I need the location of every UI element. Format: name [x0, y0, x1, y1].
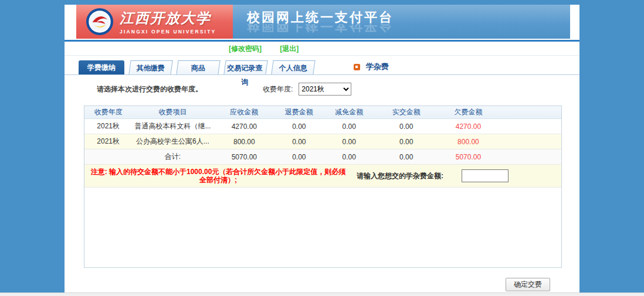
cell-paid: 0.00: [375, 138, 438, 146]
year-select[interactable]: 2021秋: [299, 83, 351, 96]
table-row: 2021秋 公办高校学生公寓6人... 800.00 0.00 0.00 0.0…: [84, 134, 561, 149]
amount-input-label: 请输入您想交的学杂费金额:: [357, 171, 443, 181]
university-names: 江西开放大学 JIANGXI OPEN UNIVERSITY: [120, 9, 216, 35]
minimum-payment-warning: 注意: 输入的待交金额不能小于1000.00元（若合计所欠金额小于此限定值，则必…: [89, 168, 347, 184]
cell-reduction: 0.00: [323, 153, 375, 161]
tab-goods[interactable]: 商品: [176, 60, 220, 74]
university-name-cn: 江西开放大学: [120, 9, 216, 28]
cell-item: 公办高校学生公寓6人...: [132, 137, 213, 147]
tab-transaction-records[interactable]: 交易记录查询: [223, 60, 267, 74]
cell-refund: 0.00: [275, 153, 323, 161]
cell-paid: 0.00: [375, 123, 438, 131]
cell-refund: 0.00: [275, 123, 323, 131]
logout-link[interactable]: [退出]: [280, 45, 299, 53]
cell-year: 2021秋: [84, 121, 132, 131]
col-header-refund: 退费金额: [275, 107, 323, 117]
col-header-paid: 实交金额: [375, 107, 438, 117]
fee-section-title: 学杂费: [366, 62, 389, 72]
tab-tuition-payment[interactable]: 学费缴纳: [79, 60, 124, 74]
cell-reduction: 0.00: [323, 123, 375, 131]
table-row: 2021秋 普通高校本科文科（继... 4270.00 0.00 0.00 0.…: [84, 119, 561, 134]
cell-owed: 5070.00: [438, 153, 500, 161]
platform-title-area: 校园网上统一支付平台 校园网上统一支付平台: [233, 5, 570, 39]
cell-refund: 0.00: [275, 138, 323, 146]
year-instruction-text: 请选择本次进行交费的收费年度。: [97, 84, 229, 94]
cell-item: 普通高校本科文科（继...: [132, 121, 213, 131]
page-card: 江西开放大学 JIANGXI OPEN UNIVERSITY 校园网上统一支付平…: [65, 5, 579, 296]
col-header-item: 收费项目: [132, 107, 213, 117]
cell-due: 4270.00: [213, 123, 276, 131]
account-links-row: [修改密码] [退出]: [65, 42, 579, 56]
amount-input[interactable]: [462, 169, 509, 182]
tab-bar: 学费缴纳 其他缴费 商品 交易记录查询 个人信息 学杂费: [65, 60, 579, 75]
cell-due: 5070.00: [213, 153, 276, 161]
cell-owed: 800.00: [438, 138, 500, 146]
payment-note-row: 注意: 输入的待交金额不能小于1000.00元（若合计所欠金额小于此限定值，则必…: [84, 165, 561, 188]
fee-section-header: 学杂费: [354, 62, 389, 72]
university-logo-icon: [86, 8, 114, 36]
year-select-label: 收费年度:: [263, 84, 293, 94]
table-total-row: 合计: 5070.00 0.00 0.00 0.00 5070.00: [84, 149, 561, 165]
header-banner: 江西开放大学 JIANGXI OPEN UNIVERSITY 校园网上统一支付平…: [76, 5, 570, 39]
tab-other-fees[interactable]: 其他缴费: [128, 60, 172, 74]
fee-section-bullet-icon: [354, 64, 360, 70]
horizontal-scrollbar[interactable]: [0, 292, 644, 296]
cell-due: 800.00: [213, 138, 276, 146]
cell-year: 2021秋: [84, 137, 132, 147]
cell-paid: 0.00: [375, 153, 438, 161]
cell-reduction: 0.00: [323, 138, 375, 146]
university-name-en: JIANGXI OPEN UNIVERSITY: [120, 29, 216, 35]
fee-table-panel: 收费年度 收费项目 应收金额 退费金额 减免金额 实交金额 欠费金额 2021秋…: [84, 106, 562, 268]
year-selector-row: 请选择本次进行交费的收费年度。 收费年度: 2021秋: [65, 82, 579, 96]
tab-personal-info[interactable]: 个人信息: [271, 60, 315, 74]
university-brand: 江西开放大学 JIANGXI OPEN UNIVERSITY: [76, 5, 233, 39]
change-password-link[interactable]: [修改密码]: [229, 45, 262, 53]
table-header-row: 收费年度 收费项目 应收金额 退费金额 减免金额 实交金额 欠费金额: [84, 106, 561, 119]
col-header-owed: 欠费金额: [438, 107, 500, 117]
confirm-payment-button[interactable]: 确定交费: [506, 278, 550, 291]
col-header-due: 应收金额: [213, 107, 276, 117]
col-header-reduction: 减免金额: [323, 107, 375, 117]
cell-total-label: 合计:: [132, 152, 213, 162]
cell-owed: 4270.00: [438, 123, 500, 131]
col-header-year: 收费年度: [84, 107, 132, 117]
platform-title-reflection: 校园网上统一支付平台: [247, 24, 570, 35]
